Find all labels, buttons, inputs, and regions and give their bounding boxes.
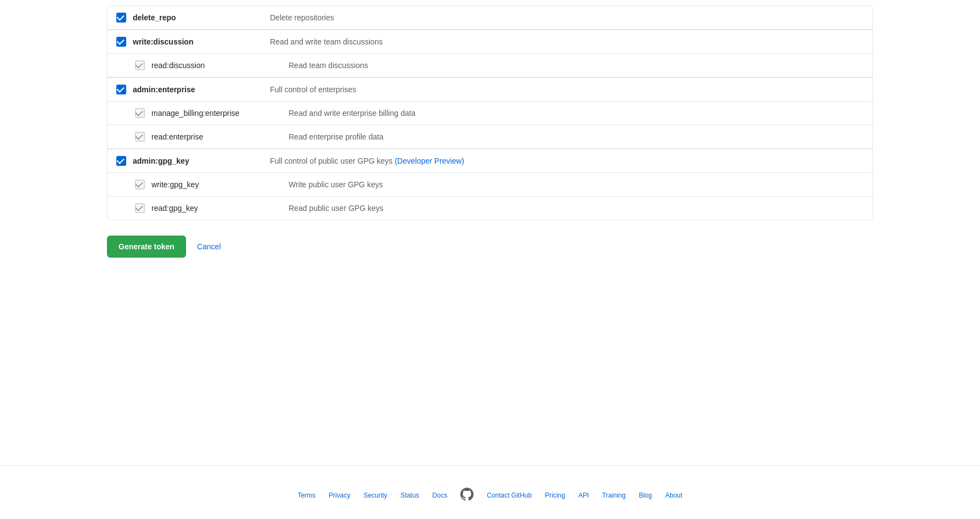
scope-table: delete_repoDelete repositorieswrite:disc…	[107, 5, 873, 220]
footer-link-security[interactable]: Security	[363, 492, 387, 499]
footer-link-privacy[interactable]: Privacy	[329, 492, 350, 499]
scope-row-parent-write_discussion: write:discussionRead and write team disc…	[108, 30, 872, 54]
checkbox-delete_repo[interactable]	[116, 13, 126, 23]
footer-link-api[interactable]: API	[578, 492, 589, 499]
actions-area: Generate token Cancel	[107, 236, 873, 258]
scope-name-read_discussion: read:discussion	[151, 61, 205, 70]
page-wrapper: delete_repoDelete repositorieswrite:disc…	[0, 0, 980, 519]
cancel-button[interactable]: Cancel	[195, 237, 223, 256]
scope-name-admin_gpg_key: admin:gpg_key	[133, 157, 189, 165]
scope-name-write_discussion: write:discussion	[133, 37, 193, 46]
footer-link-docs[interactable]: Docs	[432, 492, 447, 499]
scope-name-delete_repo: delete_repo	[133, 13, 176, 22]
scope-row-child-write_gpg_key: write:gpg_keyWrite public user GPG keys	[108, 173, 872, 197]
scope-desc-read_gpg_key: Read public user GPG keys	[289, 204, 384, 213]
checkbox-write_discussion[interactable]	[116, 37, 126, 47]
footer-link-about[interactable]: About	[665, 492, 682, 499]
scope-row-child-read_enterprise: read:enterpriseRead enterprise profile d…	[108, 125, 872, 149]
scope-desc-delete_repo: Delete repositories	[270, 13, 334, 22]
footer-link-status[interactable]: Status	[401, 492, 419, 499]
scope-desc-admin_gpg_key: Full control of public user GPG keys (De…	[270, 157, 464, 165]
scope-row-parent-admin_enterprise: admin:enterpriseFull control of enterpri…	[108, 77, 872, 102]
scope-name-manage_billing_enterprise: manage_billing:enterprise	[151, 109, 239, 118]
github-logo	[460, 488, 474, 503]
scope-row-child-read_gpg_key: read:gpg_keyRead public user GPG keys	[108, 197, 872, 220]
footer: TermsPrivacySecurityStatusDocsContact Gi…	[0, 465, 980, 519]
scope-row-parent-admin_gpg_key: admin:gpg_keyFull control of public user…	[108, 149, 872, 173]
footer-link-training[interactable]: Training	[602, 492, 626, 499]
scope-name-admin_enterprise: admin:enterprise	[133, 85, 195, 94]
scope-desc-read_discussion: Read team discussions	[289, 61, 368, 70]
scope-row-child-manage_billing_enterprise: manage_billing:enterpriseRead and write …	[108, 102, 872, 125]
footer-link-pricing[interactable]: Pricing	[545, 492, 565, 499]
checkbox-write_gpg_key[interactable]	[135, 180, 145, 189]
footer-link-terms[interactable]: Terms	[297, 492, 316, 499]
scope-row-parent-delete_repo: delete_repoDelete repositories	[108, 6, 872, 30]
scope-name-read_enterprise: read:enterprise	[151, 132, 203, 141]
checkbox-read_gpg_key[interactable]	[135, 203, 145, 213]
scope-desc-write_discussion: Read and write team discussions	[270, 37, 382, 46]
scope-desc-admin_enterprise: Full control of enterprises	[270, 85, 356, 94]
scope-desc-write_gpg_key: Write public user GPG keys	[289, 180, 383, 189]
scope-desc-manage_billing_enterprise: Read and write enterprise billing data	[289, 109, 415, 118]
checkbox-admin_gpg_key[interactable]	[116, 156, 126, 166]
scope-desc-read_enterprise: Read enterprise profile data	[289, 132, 384, 141]
checkbox-read_enterprise[interactable]	[135, 132, 145, 142]
scope-row-child-read_discussion: read:discussionRead team discussions	[108, 54, 872, 77]
generate-token-button[interactable]: Generate token	[107, 236, 186, 258]
checkbox-admin_enterprise[interactable]	[116, 85, 126, 94]
main-content: delete_repoDelete repositorieswrite:disc…	[0, 0, 980, 465]
footer-link-blog[interactable]: Blog	[639, 492, 652, 499]
developer-preview-link[interactable]: (Developer Preview)	[395, 157, 464, 165]
footer-link-contact-github[interactable]: Contact GitHub	[487, 492, 532, 499]
scope-name-read_gpg_key: read:gpg_key	[151, 204, 198, 213]
checkbox-manage_billing_enterprise[interactable]	[135, 108, 145, 118]
scope-name-write_gpg_key: write:gpg_key	[151, 180, 199, 189]
checkbox-read_discussion[interactable]	[135, 60, 145, 70]
